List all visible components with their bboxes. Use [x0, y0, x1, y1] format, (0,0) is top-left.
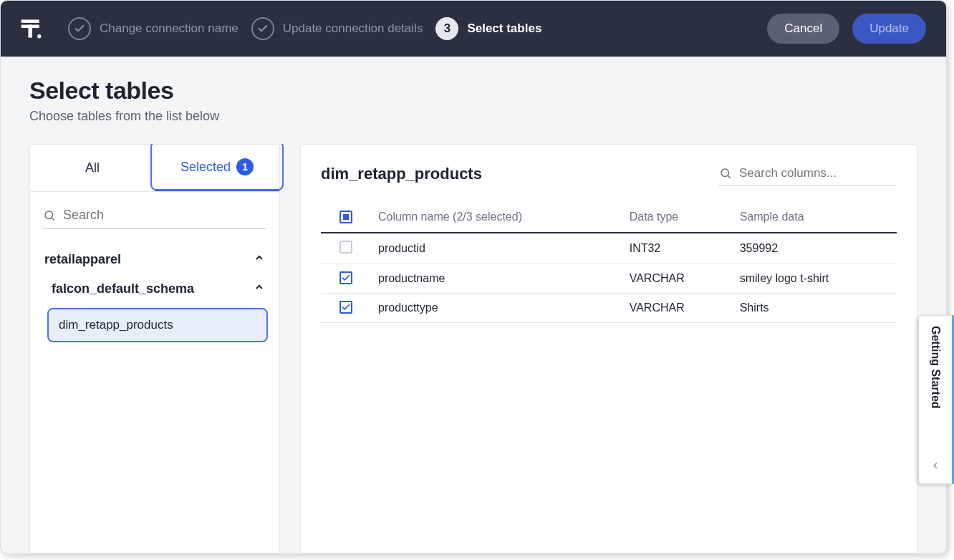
tree-schema[interactable]: falcon_default_schema [42, 274, 268, 304]
check-icon [251, 17, 274, 40]
data-type-cell: VARCHAR [622, 264, 733, 294]
column-name-cell: producttype [371, 294, 622, 323]
column-name-header: Column name (2/3 selected) [371, 201, 622, 233]
data-type-cell: VARCHAR [622, 294, 733, 323]
step-label: Update connection details [283, 21, 423, 36]
right-panel: dim_retapp_products Column name (2/3 sel… [300, 144, 917, 554]
tree-table-selected[interactable]: dim_retapp_products [47, 308, 268, 342]
database-name: retailapparel [44, 252, 121, 267]
top-bar: Change connection name Update connection… [1, 1, 946, 57]
table-row: productnameVARCHARsmiley logo t-shirt [321, 264, 897, 294]
chevron-up-icon [254, 281, 265, 296]
row-checkbox[interactable] [339, 241, 352, 254]
svg-rect-0 [21, 19, 39, 23]
column-name-cell: productid [371, 233, 622, 264]
left-panel: All Selected 1 retailapparel [29, 144, 280, 554]
selected-count-badge: 1 [236, 158, 254, 175]
svg-point-4 [45, 211, 53, 219]
page-subtitle: Choose tables from the list below [29, 109, 917, 124]
tab-label: All [85, 160, 100, 175]
search-icon [43, 209, 56, 222]
getting-started-tab[interactable]: Getting Started [918, 315, 954, 484]
columns-table: Column name (2/3 selected) Data type Sam… [321, 201, 897, 323]
getting-started-label: Getting Started [929, 326, 942, 460]
page-title: Select tables [29, 77, 917, 105]
cancel-button[interactable]: Cancel [767, 14, 839, 44]
app-logo [15, 12, 48, 45]
svg-line-7 [728, 175, 730, 178]
step-label: Change connection name [100, 21, 238, 36]
sample-data-cell: Shirts [733, 294, 897, 323]
schema-name: falcon_default_schema [52, 281, 194, 296]
table-search-input[interactable] [63, 208, 266, 223]
table-name: dim_retapp_products [59, 318, 173, 332]
step-3-active[interactable]: 3 Select tables [435, 17, 541, 40]
sample-data-header: Sample data [733, 201, 897, 233]
svg-point-3 [37, 34, 41, 38]
step-label: Select tables [467, 21, 541, 36]
step-1[interactable]: Change connection name [68, 17, 238, 40]
tab-all[interactable]: All [30, 145, 155, 191]
tree-database[interactable]: retailapparel [42, 245, 268, 274]
svg-rect-2 [29, 25, 32, 38]
tab-selected[interactable]: Selected 1 [155, 145, 279, 191]
sample-data-cell: smiley logo t-shirt [733, 264, 897, 294]
data-type-header: Data type [622, 201, 733, 233]
svg-line-5 [52, 218, 54, 220]
search-icon [719, 167, 732, 180]
row-checkbox[interactable] [339, 301, 352, 314]
svg-point-6 [721, 169, 729, 177]
table-row: productidINT32359992 [321, 233, 897, 264]
table-search[interactable] [43, 202, 266, 229]
row-checkbox[interactable] [339, 271, 352, 284]
column-search[interactable] [718, 162, 897, 185]
update-button[interactable]: Update [852, 14, 926, 44]
tab-label: Selected [180, 160, 231, 175]
column-search-input[interactable] [739, 166, 895, 180]
check-icon [68, 17, 91, 40]
select-all-checkbox[interactable] [339, 211, 352, 223]
chevron-up-icon [254, 252, 265, 267]
chevron-left-icon [930, 460, 940, 473]
step-2[interactable]: Update connection details [251, 17, 423, 40]
selected-table-title: dim_retapp_products [321, 165, 482, 183]
table-row: producttypeVARCHARShirts [321, 294, 897, 323]
sample-data-cell: 359992 [733, 233, 897, 264]
column-name-cell: productname [371, 264, 622, 294]
step-number: 3 [435, 17, 458, 40]
data-type-cell: INT32 [622, 233, 733, 264]
